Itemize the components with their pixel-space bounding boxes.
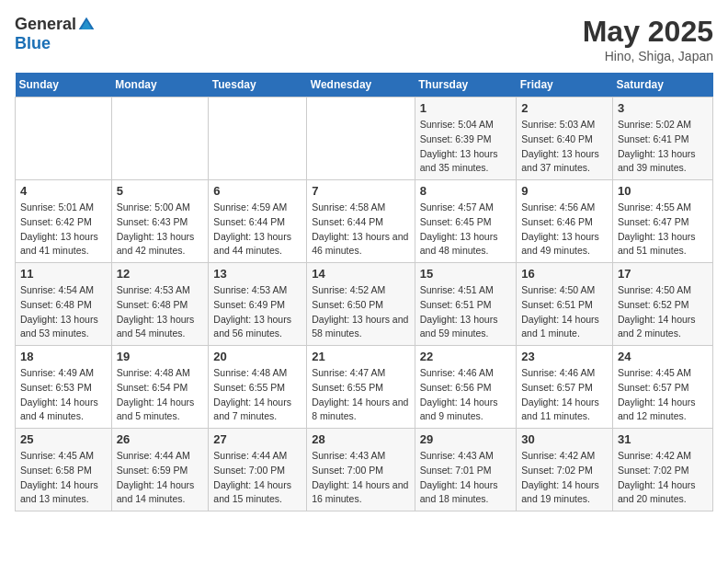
col-monday: Monday xyxy=(111,73,209,98)
day-number: 7 xyxy=(312,184,410,198)
sunset-text: Sunset: 6:58 PM xyxy=(20,465,92,476)
day-info: Sunrise: 4:43 AM Sunset: 7:00 PM Dayligh… xyxy=(312,449,410,507)
sunset-text: Sunset: 7:02 PM xyxy=(521,465,593,476)
col-wednesday: Wednesday xyxy=(307,73,415,98)
daylight-text: Daylight: 14 hours and 13 minutes. xyxy=(20,479,98,505)
sunset-text: Sunset: 6:45 PM xyxy=(420,216,492,227)
calendar-cell: 9 Sunrise: 4:56 AM Sunset: 6:46 PM Dayli… xyxy=(517,180,613,263)
day-number: 11 xyxy=(20,267,107,281)
day-number: 16 xyxy=(521,267,608,281)
daylight-text: Daylight: 14 hours and 7 minutes. xyxy=(213,396,291,422)
col-sunday: Sunday xyxy=(16,73,112,98)
calendar-cell: 30 Sunrise: 4:42 AM Sunset: 7:02 PM Dayl… xyxy=(517,429,613,511)
day-info: Sunrise: 4:57 AM Sunset: 6:45 PM Dayligh… xyxy=(420,201,511,259)
calendar-cell: 24 Sunrise: 4:45 AM Sunset: 6:57 PM Dayl… xyxy=(612,346,712,429)
sunrise-text: Sunrise: 4:47 AM xyxy=(312,367,385,378)
day-info: Sunrise: 5:00 AM Sunset: 6:43 PM Dayligh… xyxy=(117,201,204,259)
sunset-text: Sunset: 6:39 PM xyxy=(420,133,492,144)
daylight-text: Daylight: 14 hours and 11 minutes. xyxy=(521,396,599,422)
day-number: 27 xyxy=(213,432,301,446)
sunset-text: Sunset: 6:57 PM xyxy=(618,382,689,393)
logo-blue: Blue xyxy=(15,34,51,52)
sunrise-text: Sunrise: 4:50 AM xyxy=(618,284,691,295)
calendar-cell: 12 Sunrise: 4:53 AM Sunset: 6:48 PM Dayl… xyxy=(111,263,209,346)
daylight-text: Daylight: 14 hours and 5 minutes. xyxy=(117,396,195,422)
calendar-cell xyxy=(209,98,307,180)
sunrise-text: Sunrise: 5:03 AM xyxy=(521,119,595,130)
calendar-cell: 5 Sunrise: 5:00 AM Sunset: 6:43 PM Dayli… xyxy=(111,180,209,263)
sunrise-text: Sunrise: 5:04 AM xyxy=(420,119,494,130)
daylight-text: Daylight: 13 hours and 58 minutes. xyxy=(312,314,408,339)
daylight-text: Daylight: 13 hours and 39 minutes. xyxy=(618,148,696,174)
daylight-text: Daylight: 14 hours and 20 minutes. xyxy=(618,479,696,505)
sunrise-text: Sunrise: 4:48 AM xyxy=(213,367,287,378)
sunset-text: Sunset: 6:52 PM xyxy=(618,299,689,310)
sunrise-text: Sunrise: 4:45 AM xyxy=(618,367,691,378)
sunset-text: Sunset: 6:55 PM xyxy=(312,382,383,393)
sunrise-text: Sunrise: 4:49 AM xyxy=(20,367,94,378)
sunrise-text: Sunrise: 4:43 AM xyxy=(312,450,385,461)
day-info: Sunrise: 4:42 AM Sunset: 7:02 PM Dayligh… xyxy=(521,449,608,507)
sunrise-text: Sunrise: 5:00 AM xyxy=(117,201,190,213)
sunset-text: Sunset: 7:00 PM xyxy=(213,465,285,476)
day-info: Sunrise: 4:55 AM Sunset: 6:47 PM Dayligh… xyxy=(618,201,708,259)
day-info: Sunrise: 4:51 AM Sunset: 6:51 PM Dayligh… xyxy=(420,283,511,341)
sunrise-text: Sunrise: 5:01 AM xyxy=(20,201,94,213)
col-tuesday: Tuesday xyxy=(209,73,307,98)
sunset-text: Sunset: 6:41 PM xyxy=(618,133,689,144)
day-info: Sunrise: 4:45 AM Sunset: 6:57 PM Dayligh… xyxy=(618,366,708,424)
day-info: Sunrise: 4:42 AM Sunset: 7:02 PM Dayligh… xyxy=(618,449,708,507)
calendar-cell: 8 Sunrise: 4:57 AM Sunset: 6:45 PM Dayli… xyxy=(415,180,516,263)
day-info: Sunrise: 4:58 AM Sunset: 6:44 PM Dayligh… xyxy=(312,201,410,259)
day-info: Sunrise: 4:45 AM Sunset: 6:58 PM Dayligh… xyxy=(20,449,107,507)
day-number: 10 xyxy=(618,184,708,198)
sunset-text: Sunset: 6:55 PM xyxy=(213,382,285,393)
day-info: Sunrise: 4:48 AM Sunset: 6:54 PM Dayligh… xyxy=(117,366,204,424)
day-number: 24 xyxy=(618,350,708,363)
calendar-cell: 16 Sunrise: 4:50 AM Sunset: 6:51 PM Dayl… xyxy=(517,263,613,346)
sunrise-text: Sunrise: 4:46 AM xyxy=(420,367,494,378)
day-number: 3 xyxy=(618,101,708,115)
calendar-cell: 2 Sunrise: 5:03 AM Sunset: 6:40 PM Dayli… xyxy=(517,98,613,180)
daylight-text: Daylight: 13 hours and 56 minutes. xyxy=(213,314,291,339)
day-number: 12 xyxy=(117,267,204,281)
calendar-cell: 18 Sunrise: 4:49 AM Sunset: 6:53 PM Dayl… xyxy=(16,346,112,429)
day-info: Sunrise: 4:59 AM Sunset: 6:44 PM Dayligh… xyxy=(213,201,301,259)
daylight-text: Daylight: 13 hours and 42 minutes. xyxy=(117,231,195,257)
day-info: Sunrise: 4:46 AM Sunset: 6:57 PM Dayligh… xyxy=(521,366,608,424)
sunset-text: Sunset: 7:02 PM xyxy=(618,465,689,476)
sunset-text: Sunset: 6:53 PM xyxy=(20,382,92,393)
calendar-cell: 13 Sunrise: 4:53 AM Sunset: 6:49 PM Dayl… xyxy=(209,263,307,346)
sunrise-text: Sunrise: 4:52 AM xyxy=(312,284,385,295)
calendar-cell: 31 Sunrise: 4:42 AM Sunset: 7:02 PM Dayl… xyxy=(612,429,712,511)
calendar-cell: 17 Sunrise: 4:50 AM Sunset: 6:52 PM Dayl… xyxy=(612,263,712,346)
sunset-text: Sunset: 6:40 PM xyxy=(521,133,593,144)
daylight-text: Daylight: 13 hours and 41 minutes. xyxy=(20,231,98,257)
sunset-text: Sunset: 6:59 PM xyxy=(117,465,188,476)
daylight-text: Daylight: 13 hours and 48 minutes. xyxy=(420,231,498,257)
calendar-subtitle: Hino, Shiga, Japan xyxy=(583,49,713,63)
day-number: 28 xyxy=(312,432,410,446)
daylight-text: Daylight: 13 hours and 53 minutes. xyxy=(20,314,98,339)
sunrise-text: Sunrise: 4:53 AM xyxy=(117,284,190,295)
day-number: 13 xyxy=(213,267,301,281)
sunset-text: Sunset: 6:48 PM xyxy=(117,299,188,310)
day-number: 18 xyxy=(20,350,107,363)
daylight-text: Daylight: 13 hours and 49 minutes. xyxy=(521,231,599,257)
day-info: Sunrise: 4:52 AM Sunset: 6:50 PM Dayligh… xyxy=(312,283,410,341)
day-info: Sunrise: 4:50 AM Sunset: 6:52 PM Dayligh… xyxy=(618,283,708,341)
calendar-title: May 2025 xyxy=(583,15,713,49)
sunset-text: Sunset: 6:54 PM xyxy=(117,382,188,393)
day-number: 30 xyxy=(521,432,608,446)
daylight-text: Daylight: 13 hours and 44 minutes. xyxy=(213,231,291,257)
day-info: Sunrise: 5:02 AM Sunset: 6:41 PM Dayligh… xyxy=(618,118,708,176)
day-info: Sunrise: 4:47 AM Sunset: 6:55 PM Dayligh… xyxy=(312,366,410,424)
day-info: Sunrise: 4:56 AM Sunset: 6:46 PM Dayligh… xyxy=(521,201,608,259)
daylight-text: Daylight: 14 hours and 2 minutes. xyxy=(618,314,696,339)
sunset-text: Sunset: 6:51 PM xyxy=(521,299,593,310)
sunrise-text: Sunrise: 4:48 AM xyxy=(117,367,190,378)
sunrise-text: Sunrise: 4:51 AM xyxy=(420,284,494,295)
week-row-4: 18 Sunrise: 4:49 AM Sunset: 6:53 PM Dayl… xyxy=(16,346,713,429)
calendar-cell xyxy=(16,98,112,180)
day-number: 2 xyxy=(521,101,608,115)
